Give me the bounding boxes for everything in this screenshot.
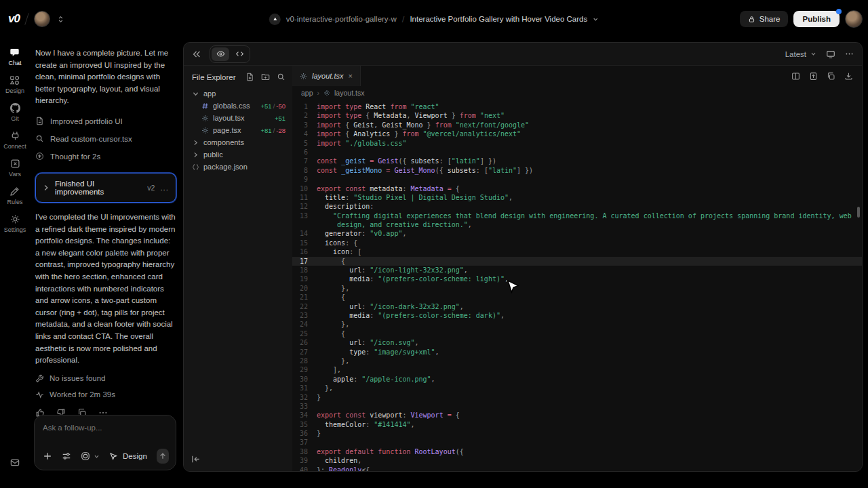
tree-item-public[interactable]: public (192, 148, 285, 161)
code-line[interactable]: 7const _geist = Geist({ subsets: ["latin… (292, 157, 862, 165)
export-file-icon[interactable] (809, 72, 818, 81)
rail-item-rules[interactable]: Rules (7, 186, 22, 205)
code-line[interactable]: 17 { (292, 257, 862, 266)
code-line[interactable]: 28 }, (292, 357, 862, 365)
scrollbar-thumb[interactable] (857, 207, 860, 218)
code-line[interactable]: 33 (292, 402, 862, 411)
new-folder-icon[interactable] (261, 73, 270, 81)
code-line[interactable]: 19 media: "(prefers-color-scheme: light)… (292, 274, 862, 283)
rail-item-settings[interactable]: Settings (4, 214, 26, 233)
code-line[interactable]: 18 url: "/icon-light-32x32.png", (292, 266, 862, 274)
status-row[interactable]: No issues found (35, 374, 176, 383)
code-line[interactable]: 12 description: (292, 202, 862, 211)
user-avatar[interactable] (845, 10, 863, 28)
tree-item-app[interactable]: app (192, 87, 285, 100)
settings-sliders-icon[interactable] (62, 451, 71, 461)
more-options-icon[interactable] (845, 49, 854, 58)
assistant-step[interactable]: Improved portfolio UI (35, 113, 176, 130)
code-line[interactable]: 25 { (292, 329, 862, 338)
split-view-icon[interactable] (791, 72, 800, 81)
code-toggle[interactable] (231, 47, 248, 61)
code-line[interactable]: 4import { Analytics } from "@vercel/anal… (292, 129, 862, 138)
code-line[interactable]: 31 }, (292, 384, 862, 392)
add-attachment-icon[interactable] (43, 451, 52, 461)
code-line[interactable]: 8const _geistMono = Geist_Mono({ subsets… (292, 166, 862, 175)
v0-logo[interactable]: v0 (8, 12, 20, 26)
code-line[interactable]: 26 url: "/icon.svg", (292, 338, 862, 347)
code-line[interactable]: 2import type { Metadata, Viewport } from… (292, 111, 862, 120)
code-line[interactable]: 36} (292, 429, 862, 438)
download-icon[interactable] (844, 72, 853, 81)
tree-item-globals-css[interactable]: globals.css+51/-50 (192, 100, 285, 112)
publish-button[interactable]: Publish (793, 11, 840, 27)
collapse-panel-icon[interactable] (191, 454, 201, 464)
task-card[interactable]: Finished UI improvements v2 ... (35, 173, 176, 203)
status-row[interactable]: Worked for 2m 39s (35, 390, 176, 399)
code-line[interactable]: 30 apple: "/apple-icon.png", (292, 375, 862, 384)
code-line[interactable]: 20 }, (292, 284, 862, 293)
version-selector[interactable]: Latest (785, 50, 806, 58)
code-line[interactable]: 10export const metadata: Metadata = { (292, 184, 862, 193)
code-line[interactable]: 9 (292, 175, 862, 184)
rail-item-design[interactable]: Design (5, 75, 24, 94)
code-line[interactable]: 37 (292, 438, 862, 447)
chat-title[interactable]: Interactive Portfolio Gallery with Hover… (410, 15, 587, 23)
new-file-icon[interactable] (245, 73, 254, 81)
code-line[interactable]: 1import type React from "react" (292, 102, 862, 111)
design-mode-button[interactable]: Design (109, 452, 147, 461)
code-line[interactable]: 3import { Geist, Geist_Mono } from "next… (292, 121, 862, 129)
send-button[interactable] (157, 449, 169, 464)
code-line[interactable]: 27 type: "image/svg+xml", (292, 348, 862, 357)
code-line[interactable]: 23 media: "(prefers-color-scheme: dark)"… (292, 311, 862, 320)
code-line[interactable]: 24 }, (292, 320, 862, 329)
tree-item-components[interactable]: components (192, 136, 285, 148)
code-line[interactable]: 35 themeColor: "#141414", (292, 420, 862, 429)
code-line[interactable]: 11 title: "Studio Pixel | Digital Design… (292, 193, 862, 202)
code-line[interactable]: 5import "./globals.css" (292, 139, 862, 148)
code-line[interactable]: 29 ], (292, 365, 862, 374)
code-line[interactable]: 6 (292, 148, 862, 157)
close-tab-icon[interactable]: × (348, 72, 352, 80)
code-line[interactable]: 14 generator: "v0.app", (292, 229, 862, 238)
code-line[interactable]: 22 url: "/icon-dark-32x32.png", (292, 302, 862, 311)
tree-item-package-json[interactable]: package.json (192, 161, 285, 173)
tree-item-layout-tsx[interactable]: layout.tsx+51 (192, 112, 285, 124)
line-number: 5 (292, 139, 317, 148)
copy-icon[interactable] (827, 72, 835, 81)
search-icon[interactable] (277, 73, 285, 81)
mail-icon[interactable] (10, 458, 20, 468)
assistant-step[interactable]: Read custom-cursor.tsx (35, 130, 176, 148)
breadcrumb-file[interactable]: layout.tsx (334, 89, 364, 97)
code-line[interactable]: 38export default function RootLayout({ (292, 447, 862, 456)
code-line[interactable]: 32} (292, 393, 862, 402)
breadcrumb-root[interactable]: app (301, 89, 313, 97)
select-updown-icon[interactable] (57, 16, 64, 23)
code-line[interactable]: 15 icons: { (292, 239, 862, 247)
rail-item-connect[interactable]: Connect (3, 131, 26, 150)
chevron-down-icon[interactable] (593, 16, 599, 22)
chevrons-left-icon[interactable] (192, 49, 201, 59)
ellipsis-icon[interactable]: ... (160, 184, 169, 192)
code-line[interactable]: 34export const viewport: Viewport = { (292, 411, 862, 420)
code-line[interactable]: 21 { (292, 293, 862, 302)
code-line[interactable]: 39 children, (292, 456, 862, 465)
follow-up-input[interactable] (43, 424, 167, 432)
code-line[interactable]: 40}: Readonly<{ (292, 466, 862, 471)
vercel-triangle-icon[interactable] (269, 14, 281, 25)
workspace-avatar[interactable] (34, 11, 50, 27)
share-button[interactable]: Share (740, 11, 789, 27)
code-line[interactable]: 16 icon: [ (292, 247, 862, 256)
code-line[interactable]: design, and creative direction.", (292, 220, 862, 229)
rail-item-chat[interactable]: Chat (8, 47, 21, 66)
tree-item-page-tsx[interactable]: page.tsx+81/-28 (192, 124, 285, 136)
rail-item-git[interactable]: Git (10, 103, 20, 122)
preview-toggle[interactable] (212, 47, 229, 61)
rail-item-vars[interactable]: Vars (9, 159, 21, 178)
assistant-step[interactable]: Thought for 2s (35, 148, 176, 165)
chevron-down-icon[interactable] (94, 453, 100, 460)
project-name[interactable]: v0-interactive-portfolio-gallery-w (286, 15, 397, 23)
code-line[interactable]: 13 "Crafting digital experiences that bl… (292, 211, 862, 220)
tab-layout-tsx[interactable]: layout.tsx × (292, 66, 361, 86)
theme-squircle-icon[interactable] (81, 451, 90, 461)
device-monitor-icon[interactable] (826, 49, 835, 59)
